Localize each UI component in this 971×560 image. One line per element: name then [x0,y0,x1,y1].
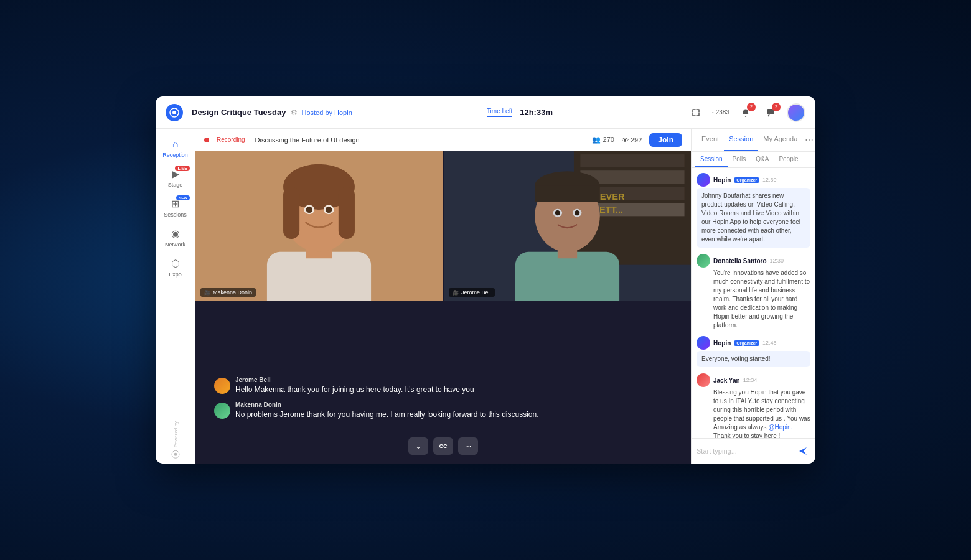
video-cell-left: Makenna Donin [195,151,443,301]
app-window: Design Critique Tuesday ⚙ Hosted by Hopi… [156,96,815,464]
video-name-right: Jerome Bell [449,288,495,297]
sidebar-label-stage: Stage [168,182,183,188]
speaker-name-left: Makenna Donin [213,289,252,296]
stat2-value: 292 [631,136,642,144]
chat-msg-header-1: Hopin Organizer 12:30 [697,173,810,187]
main-layout: ⌂ Reception ▶ Stage LIVE ⊞ Sessions NEW … [156,129,815,464]
chat-icon-btn[interactable]: 2 [762,104,779,121]
time-value: 12h:33m [520,108,553,117]
tab-my-agenda[interactable]: My Agenda [758,129,802,151]
stat2: 👁 292 [622,136,642,144]
subtitle-block-1: Jerome Bell Hello Makenna thank you for … [235,376,474,395]
chat-avatar-jack [697,373,710,387]
sidebar-item-reception[interactable]: ⌂ Reception [156,134,195,163]
chat-mention-hopin: @Hopin. [768,424,792,431]
time-left-label: Time Left [487,108,512,117]
chat-text-3: Everyone, voting started! [697,351,810,367]
right-panel-top-tabs: Event Session My Agenda ⋯ [692,129,815,152]
more-options-btn[interactable]: ··· [458,437,478,455]
chat-text-1: Johnny Boufarhat shares new product upda… [697,188,810,248]
sidebar-item-sessions[interactable]: ⊞ Sessions NEW [156,193,195,223]
video-cell-right: NEVER SETT... [443,151,691,301]
chat-avatar-hopin-1 [697,173,710,187]
chat-message-1: Hopin Organizer 12:30 Johnny Boufarhat s… [697,173,810,248]
sidebar-item-network[interactable]: ◉ Network [156,223,195,253]
sub-header-title: Discussing the Future of UI design [255,136,588,144]
video-area: Makenna Donin [195,151,691,464]
hosted-by-name: Hopin [334,109,352,116]
attendees-count: 2383 [716,109,729,116]
video-right-bg: NEVER SETT... [444,151,691,301]
tab-session[interactable]: Session [724,129,758,151]
chat-message-3: Hopin Organizer 12:45 Everyone, voting s… [697,336,810,367]
sidebar-label-sessions: Sessions [164,212,187,218]
sidebar-label-network: Network [165,241,185,248]
powered-by: Powered by [171,416,180,459]
tab-event[interactable]: Event [697,129,724,151]
event-title: Design Critique Tuesday [192,108,286,117]
chat-time-3: 12:45 [762,340,777,346]
organizer-badge-2: Organizer [734,340,759,346]
video-name-left: Makenna Donin [200,288,256,297]
chat-time-4: 12:34 [743,377,758,383]
captions-btn[interactable]: CC [433,437,453,455]
subtitle-block-2: Makenna Donin No problems Jerome thank f… [235,401,539,420]
subtitle-speaker-1: Jerome Bell [235,376,474,383]
expand-icon[interactable] [687,104,705,121]
top-bar-right: 2383 2 2 [687,103,805,122]
reception-icon: ⌂ [172,139,179,150]
chat-message-4: Jack Yan 12:34 Blessing you Hopin that y… [697,373,810,438]
svg-rect-18 [195,151,443,301]
sidebar-label-reception: Reception [162,152,188,158]
speaker-name-right: Jerome Bell [461,289,491,296]
chat-sender-jack: Jack Yan [713,377,740,384]
subtitle-speaker-2: Makenna Donin [235,401,539,408]
join-button[interactable]: Join [649,133,682,147]
new-badge: NEW [176,195,190,200]
sidebar: ⌂ Reception ▶ Stage LIVE ⊞ Sessions NEW … [156,129,195,464]
sub-header-stats: 👥 270 👁 292 Join [592,133,682,147]
more-tab-btn[interactable]: ⋯ [802,129,815,151]
subtitle-area: Jerome Bell Hello Makenna thank you for … [195,376,691,426]
s-tab-people[interactable]: People [774,152,803,167]
chat-time-2: 12:30 [770,258,784,264]
chat-sender-donatella: Donatella Santoro [713,258,767,264]
sub-header: Recording Discussing the Future of UI de… [195,129,691,151]
chat-sender-hopin-2: Hopin [713,340,731,347]
bell-icon-btn[interactable]: 2 [737,104,754,121]
chat-sender-hopin-1: Hopin [713,177,731,184]
chat-msg-header-4: Jack Yan 12:34 [697,373,810,387]
chat-badge: 2 [772,103,781,111]
subtitle-message-2: Makenna Donin No problems Jerome thank f… [214,401,672,420]
user-avatar[interactable] [787,103,805,122]
svg-point-3 [713,112,713,113]
s-tab-qa[interactable]: Q&A [751,152,774,167]
subtitle-text-1: Hello Makenna thank you for joining us h… [235,385,474,395]
gear-icon[interactable]: ⚙ [291,108,298,117]
expo-icon: ⬡ [171,258,180,269]
send-button[interactable] [795,444,810,459]
network-icon: ◉ [171,228,180,240]
video-grid: Makenna Donin [195,151,691,301]
subtitle-message-1: Jerome Bell Hello Makenna thank you for … [214,376,672,395]
chat-msg-header-3: Hopin Organizer 12:45 [697,336,810,350]
chat-avatar-donatella [697,254,710,268]
hosted-by: Hosted by Hopin [301,109,352,116]
chat-input-area [692,438,815,464]
chat-message-2: Donatella Santoro 12:30 You're innovatio… [697,254,810,330]
chevron-down-btn[interactable]: ⌄ [408,437,428,455]
s-tab-session[interactable]: Session [695,152,728,167]
s-tab-polls[interactable]: Polls [728,152,751,167]
center-content: Recording Discussing the Future of UI de… [195,129,691,464]
recording-dot [204,138,209,142]
chat-input[interactable] [697,447,792,455]
hopin-logo [166,104,183,121]
svg-rect-36 [444,151,691,301]
sidebar-label-expo: Expo [169,271,182,278]
attendees-count-area: 2383 [712,104,729,121]
chat-text-2: You're innovations have added so much co… [697,269,810,330]
sidebar-item-expo[interactable]: ⬡ Expo [156,253,195,282]
svg-point-2 [712,111,713,112]
top-bar-center: Time Left 12h:33m [352,108,687,117]
sidebar-item-stage[interactable]: ▶ Stage LIVE [156,163,195,193]
